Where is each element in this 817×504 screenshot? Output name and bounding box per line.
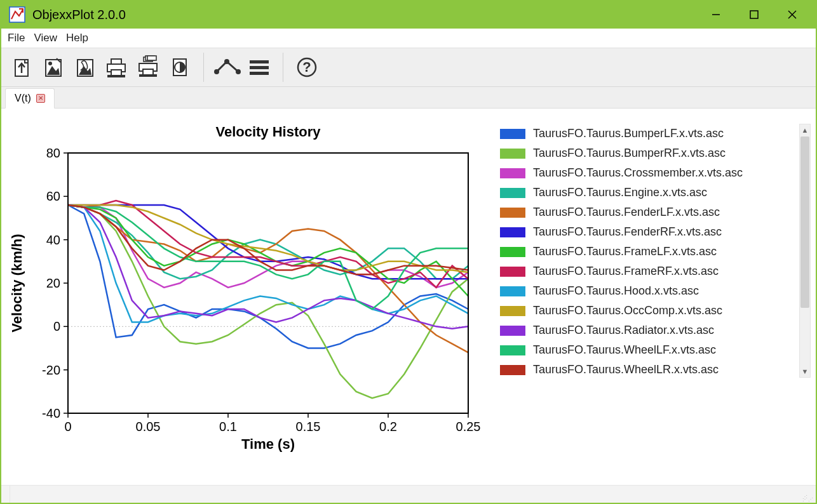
series-line[interactable] <box>68 205 468 322</box>
tab-label: V(t) <box>15 93 31 104</box>
series-line[interactable] <box>68 205 468 296</box>
legend-swatch <box>500 208 525 218</box>
legend-label: TaurusFO.Taurus.FrameRF.x.vts.asc <box>533 265 719 278</box>
legend-item[interactable]: TaurusFO.Taurus.Hood.x.vts.asc <box>500 281 795 301</box>
legend-toggle-button[interactable] <box>243 51 275 83</box>
svg-rect-18 <box>147 56 156 60</box>
legend-swatch <box>500 286 525 296</box>
legend-item[interactable]: TaurusFO.Taurus.WheelLR.x.vts.asc <box>500 360 795 380</box>
y-tick-label: 40 <box>46 233 60 247</box>
legend-swatch <box>500 326 525 336</box>
y-tick-label: -40 <box>42 406 60 420</box>
tab-vt[interactable]: V(t) ✕ <box>5 88 55 109</box>
legend-item[interactable]: TaurusFO.Taurus.BumperRF.x.vts.asc <box>500 143 795 163</box>
x-tick-label: 0.2 <box>379 420 397 434</box>
legend-item[interactable]: TaurusFO.Taurus.FrameRF.x.vts.asc <box>500 262 795 281</box>
legend-swatch <box>500 267 525 277</box>
legend-swatch <box>500 129 525 139</box>
open-file-button[interactable] <box>5 51 37 83</box>
print-button[interactable] <box>100 51 132 83</box>
scroll-up-icon[interactable]: ▲ <box>800 124 810 136</box>
y-tick-label: -20 <box>42 363 60 377</box>
legend-label: TaurusFO.Taurus.Hood.x.vts.asc <box>533 284 699 298</box>
legend-label: TaurusFO.Taurus.FenderRF.x.vts.asc <box>533 225 722 239</box>
legend-label: TaurusFO.Taurus.OccComp.x.vts.asc <box>533 304 722 317</box>
legend-swatch <box>500 168 525 178</box>
toolbar: ? <box>1 48 816 87</box>
toolbar-separator <box>203 53 204 82</box>
help-button[interactable]: ? <box>291 51 323 83</box>
legend-swatch <box>500 188 525 198</box>
legend-item[interactable]: TaurusFO.Taurus.OccComp.x.vts.asc <box>500 301 795 321</box>
y-tick-label: 20 <box>46 276 60 290</box>
contrast-button[interactable] <box>164 51 196 83</box>
legend-swatch <box>500 365 525 375</box>
maximize-button[interactable] <box>735 1 773 29</box>
tabstrip: V(t) ✕ <box>1 87 816 109</box>
svg-point-24 <box>214 69 219 74</box>
y-tick-label: 0 <box>53 319 60 333</box>
menu-help[interactable]: Help <box>66 32 88 44</box>
legend-swatch <box>500 247 525 257</box>
legend-item[interactable]: TaurusFO.Taurus.Radiator.x.vts.asc <box>500 321 795 340</box>
svg-point-25 <box>224 59 229 64</box>
plot-area[interactable]: Velocity History00.050.10.150.20.25-40-2… <box>1 109 487 485</box>
titlebar: ObjexxPlot 2.0.0 <box>1 1 816 29</box>
x-axis-label: Time (s) <box>241 436 295 452</box>
export-image-button[interactable] <box>37 51 69 83</box>
y-axis-label: Velocity (km/h) <box>9 234 25 332</box>
export-pdf-button[interactable] <box>69 51 100 83</box>
svg-rect-33 <box>68 153 468 413</box>
y-tick-label: 80 <box>46 146 60 160</box>
legend-label: TaurusFO.Taurus.WheelLR.x.vts.asc <box>533 363 719 376</box>
svg-text:?: ? <box>302 59 311 75</box>
legend-item[interactable]: TaurusFO.Taurus.FrameLF.x.vts.asc <box>500 242 795 262</box>
legend-swatch <box>500 345 525 355</box>
svg-rect-15 <box>107 75 125 77</box>
legend-item[interactable]: TaurusFO.Taurus.Crossmember.x.vts.asc <box>500 163 795 183</box>
svg-rect-12 <box>111 59 121 64</box>
legend-item[interactable]: TaurusFO.Taurus.BumperLF.x.vts.asc <box>500 124 795 143</box>
legend-item[interactable]: TaurusFO.Taurus.FenderLF.x.vts.asc <box>500 202 795 222</box>
main: Velocity History00.050.10.150.20.25-40-2… <box>1 109 816 485</box>
svg-point-26 <box>236 69 241 74</box>
x-tick-label: 0.1 <box>219 420 237 434</box>
app-body: File View Help ? <box>1 29 816 503</box>
minimize-button[interactable] <box>697 1 735 29</box>
menu-file[interactable]: File <box>8 32 25 44</box>
x-tick-label: 0.15 <box>296 420 321 434</box>
legend-scrollbar[interactable]: ▲ ▼ <box>799 124 811 378</box>
legend-item[interactable]: TaurusFO.Taurus.FenderRF.x.vts.asc <box>500 222 795 242</box>
scroll-thumb[interactable] <box>800 136 809 308</box>
legend-label: TaurusFO.Taurus.WheelLF.x.vts.asc <box>533 343 716 357</box>
tab-close-icon[interactable]: ✕ <box>36 94 45 103</box>
scroll-down-icon[interactable]: ▼ <box>800 366 810 377</box>
legend-label: TaurusFO.Taurus.FrameLF.x.vts.asc <box>533 245 717 258</box>
legend-list: TaurusFO.Taurus.BumperLF.x.vts.ascTaurus… <box>500 124 795 485</box>
legend-item[interactable]: TaurusFO.Taurus.Engine.x.vts.asc <box>500 183 795 202</box>
statusbar: ⋰⋰⋰ <box>1 485 816 503</box>
app-icon <box>8 6 26 23</box>
series-line[interactable] <box>68 205 468 288</box>
close-button[interactable] <box>773 1 811 29</box>
legend-label: TaurusFO.Taurus.Engine.x.vts.asc <box>533 186 707 199</box>
svg-rect-2 <box>750 11 758 18</box>
y-tick-label: 60 <box>46 189 60 203</box>
legend-panel: TaurusFO.Taurus.BumperLF.x.vts.ascTaurus… <box>487 109 816 485</box>
legend-label: TaurusFO.Taurus.BumperLF.x.vts.asc <box>533 127 724 140</box>
legend-label: TaurusFO.Taurus.Crossmember.x.vts.asc <box>533 166 743 180</box>
resize-grip-icon[interactable]: ⋰⋰⋰ <box>804 486 816 503</box>
legend-label: TaurusFO.Taurus.FenderLF.x.vts.asc <box>533 206 720 219</box>
svg-rect-27 <box>250 60 269 63</box>
x-tick-label: 0 <box>64 420 71 434</box>
legend-item[interactable]: TaurusFO.Taurus.WheelLF.x.vts.asc <box>500 340 795 360</box>
svg-rect-21 <box>139 74 157 77</box>
legend-label: TaurusFO.Taurus.Radiator.x.vts.asc <box>533 324 714 337</box>
line-style-button[interactable] <box>212 51 243 83</box>
series-line[interactable] <box>68 205 468 274</box>
print-all-button[interactable] <box>132 51 164 83</box>
legend-label: TaurusFO.Taurus.BumperRF.x.vts.asc <box>533 147 726 160</box>
menu-view[interactable]: View <box>34 32 57 44</box>
svg-rect-29 <box>250 72 269 75</box>
legend-swatch <box>500 306 525 316</box>
